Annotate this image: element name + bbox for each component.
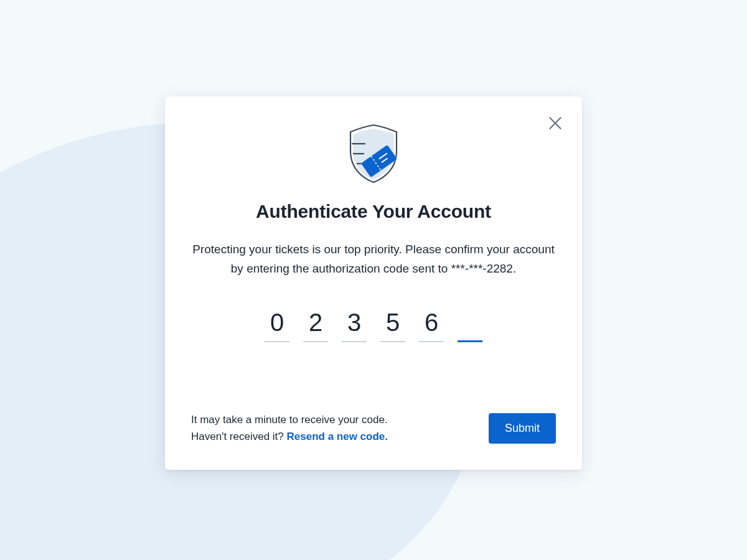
resend-hint: It may take a minute to receive your cod… bbox=[191, 412, 388, 445]
submit-button[interactable]: Submit bbox=[489, 413, 556, 444]
hint-line-1: It may take a minute to receive your cod… bbox=[191, 414, 388, 426]
code-digit-3[interactable] bbox=[342, 309, 367, 342]
code-digit-4[interactable] bbox=[380, 309, 405, 342]
close-button[interactable] bbox=[547, 115, 563, 131]
code-digit-1[interactable] bbox=[265, 309, 289, 342]
resend-link[interactable]: Resend a new code. bbox=[287, 431, 388, 442]
code-digit-6[interactable] bbox=[458, 309, 482, 342]
code-input-row bbox=[191, 309, 556, 342]
shield-ticket-icon bbox=[191, 118, 556, 186]
modal-description: Protecting your tickets is our top prior… bbox=[191, 240, 556, 279]
masked-phone: ***-***-2282. bbox=[451, 262, 517, 275]
close-icon bbox=[547, 115, 563, 131]
modal-footer: It may take a minute to receive your cod… bbox=[191, 412, 556, 445]
code-digit-5[interactable] bbox=[419, 309, 444, 342]
hint-prompt: Haven't received it? bbox=[191, 431, 287, 442]
modal-title: Authenticate Your Account bbox=[191, 201, 556, 222]
code-digit-2[interactable] bbox=[303, 309, 328, 342]
auth-modal: Authenticate Your Account Protecting you… bbox=[165, 96, 582, 470]
